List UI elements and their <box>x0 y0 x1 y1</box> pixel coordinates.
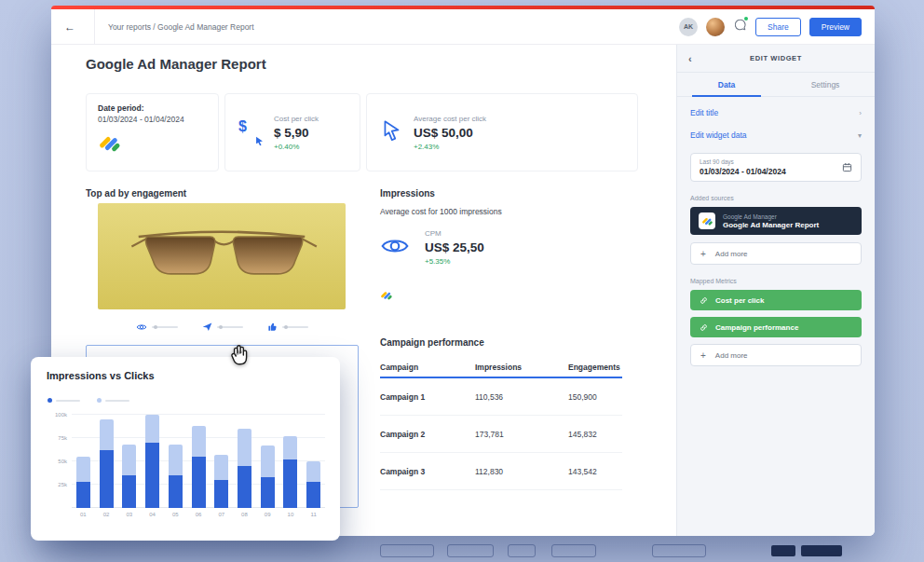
mapped-metric-pill[interactable]: Campaign performance <box>690 317 862 337</box>
legend-item-impressions[interactable] <box>97 398 129 403</box>
bar-07[interactable] <box>214 415 228 508</box>
link-icon <box>700 323 708 332</box>
top-ad-title: Top ad by engagement <box>86 188 186 199</box>
bar-11[interactable] <box>306 415 320 508</box>
avg-cpc-value: US$ 50,00 <box>414 126 486 140</box>
bar-04[interactable] <box>145 415 159 508</box>
campaign-table-header: Campaign Impressions Engagements <box>380 358 622 378</box>
link-icon <box>700 296 708 305</box>
eye-icon <box>136 319 147 336</box>
bar-03[interactable] <box>122 415 136 508</box>
mapped-metric-pill[interactable]: Cost per click <box>690 290 862 310</box>
legend-item-clicks[interactable] <box>48 398 80 403</box>
bar-01[interactable] <box>76 415 90 508</box>
views-slider[interactable] <box>152 326 178 328</box>
tab-settings[interactable]: Settings <box>776 73 875 96</box>
sunglasses-illustration <box>124 215 319 297</box>
avg-cpc-label: Average cost per click <box>414 115 486 123</box>
x-tick-label: 01 <box>76 512 90 517</box>
sidebar-header: ‹ EDIT WIDGET <box>677 45 875 73</box>
campaign-table: Campaign Impressions Engagements Campaig… <box>380 358 622 490</box>
cpm-delta: +5.35% <box>425 257 484 266</box>
shares-slider[interactable] <box>217 326 243 328</box>
cursor-pointer-icon <box>380 118 404 146</box>
app-header: ← Your reports / Google Ad Manager Repor… <box>51 9 875 45</box>
y-tick-label: 50k <box>58 459 67 464</box>
background-ghost-button <box>447 544 494 557</box>
chart-title: Impressions vs Clicks <box>47 370 155 381</box>
bar-10[interactable] <box>283 415 297 508</box>
bar-08[interactable] <box>238 415 251 508</box>
google-ad-manager-logo-icon-small <box>380 289 393 306</box>
paper-plane-icon <box>202 319 212 336</box>
kpi-card-average-cost-per-click[interactable]: Average cost per click US$ 50,00 +2.43% <box>366 93 638 171</box>
engagement-metrics-row <box>98 319 346 336</box>
plus-icon: + <box>700 350 706 361</box>
add-more-label: Add more <box>715 250 748 258</box>
source-card[interactable]: Google Ad Manager Google Ad Manager Repo… <box>690 207 862 235</box>
background-dark-button <box>771 545 795 556</box>
metric-value-cell: 110,536 <box>475 392 568 402</box>
date-preset-label: Last 90 days <box>700 158 786 165</box>
bar-segment-impressions <box>76 457 90 482</box>
impressions-vs-clicks-widget[interactable]: Impressions vs Clicks 25k50k75k100k01020… <box>31 357 340 541</box>
likes-slider[interactable] <box>282 326 308 328</box>
edit-title-row[interactable]: Edit title › <box>690 108 862 117</box>
notification-dot <box>744 17 748 21</box>
avatar-photo[interactable] <box>706 18 725 36</box>
preview-button[interactable]: Preview <box>809 18 862 36</box>
column-header: Impressions <box>475 363 568 372</box>
bar-segment-impressions <box>238 429 251 466</box>
metric-pill-label: Campaign performance <box>715 323 798 332</box>
campaign-name-cell: Campaign 1 <box>380 392 475 402</box>
thumbs-up-icon <box>267 319 278 336</box>
calendar-icon <box>842 159 852 176</box>
edit-widget-data-row[interactable]: Edit widget data ▾ <box>690 130 862 140</box>
campaign-name-cell: Campaign 2 <box>380 430 475 439</box>
x-tick-label: 02 <box>100 512 114 517</box>
add-more-label: Add more <box>715 351 748 360</box>
chat-button[interactable] <box>733 18 747 35</box>
chevron-left-icon[interactable]: ‹ <box>688 53 692 64</box>
add-metric-button[interactable]: + Add more <box>690 344 862 366</box>
date-period-value: 01/03/2024 - 01/04/2024 <box>98 115 207 124</box>
tab-data[interactable]: Data <box>677 73 776 96</box>
breadcrumb[interactable]: Your reports / Google Ad Manager Report <box>108 22 254 32</box>
kpi-card-cost-per-click[interactable]: $ Cost per click $ 5,90 +0.40% <box>224 93 360 171</box>
date-range-value: 01/03/2024 - 01/04/2024 <box>700 167 786 176</box>
views-metric <box>136 319 178 336</box>
metric-value-cell: 112,830 <box>475 467 568 476</box>
sidebar-tabs: Data Settings <box>677 73 875 97</box>
bar-02[interactable] <box>100 415 114 508</box>
cpc-delta: +0.40% <box>274 143 319 151</box>
likes-metric <box>267 319 308 336</box>
background-ghost-button <box>508 544 536 557</box>
shares-metric <box>202 319 243 336</box>
edit-widget-data-label: Edit widget data <box>690 130 746 140</box>
bar-06[interactable] <box>192 415 206 508</box>
x-tick-label: 10 <box>283 512 297 517</box>
add-source-button[interactable]: + Add more <box>690 242 862 265</box>
google-ad-manager-logo-icon-sidebar <box>699 212 715 229</box>
cpm-label: CPM <box>425 229 484 238</box>
chart-plot: 25k50k75k100k0102030405060708091011 <box>72 415 325 508</box>
bar-segment-clicks <box>283 459 297 508</box>
x-tick-label: 05 <box>169 512 183 517</box>
avatar-initials[interactable]: AK <box>679 18 698 36</box>
x-tick-label: 03 <box>122 512 136 517</box>
date-range-picker[interactable]: Last 90 days 01/03/2024 - 01/04/2024 <box>690 153 862 182</box>
bar-segment-impressions <box>261 445 275 477</box>
grab-hand-cursor-icon <box>227 343 251 371</box>
date-period-label: Date period: <box>98 103 207 113</box>
bar-09[interactable] <box>261 415 275 508</box>
page-title: Google Ad Manager Report <box>86 56 266 72</box>
bar-segment-impressions <box>192 426 206 457</box>
source-name: Google Ad Manager <box>723 213 819 220</box>
bar-segment-clicks <box>122 475 136 508</box>
sidebar-title: EDIT WIDGET <box>750 54 802 62</box>
plus-icon: + <box>700 249 706 259</box>
kpi-card-date-period[interactable]: Date period: 01/03/2024 - 01/04/2024 <box>86 93 219 171</box>
bar-05[interactable] <box>169 415 183 508</box>
share-button[interactable]: Share <box>755 18 801 36</box>
back-button[interactable]: ← <box>64 21 92 34</box>
